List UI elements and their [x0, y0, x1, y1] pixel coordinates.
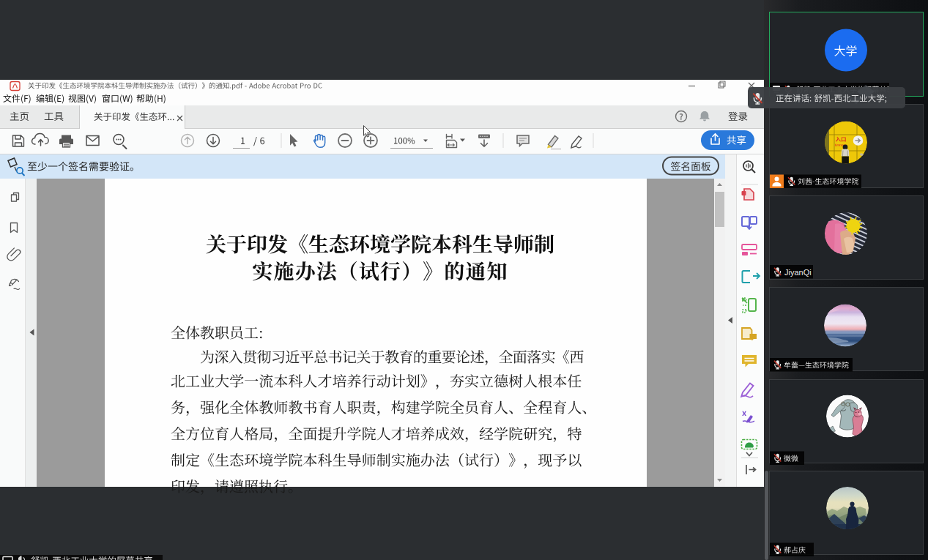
svg-text:JiyanQi: JiyanQi: [784, 268, 812, 277]
